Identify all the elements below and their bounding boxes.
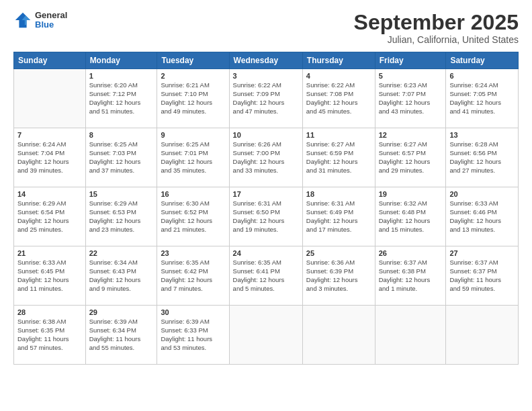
table-row: 4Sunrise: 6:22 AM Sunset: 7:08 PM Daylig… [302,69,375,128]
table-row: 10Sunrise: 6:26 AM Sunset: 7:00 PM Dayli… [229,128,302,187]
table-row: 12Sunrise: 6:27 AM Sunset: 6:57 PM Dayli… [375,128,446,187]
day-info: Sunrise: 6:31 AM Sunset: 6:50 PM Dayligh… [233,199,299,234]
day-number: 19 [379,190,443,198]
day-number: 29 [89,308,154,316]
col-monday: Monday [85,52,157,69]
table-row [229,306,302,365]
calendar-row: 1Sunrise: 6:20 AM Sunset: 7:12 PM Daylig… [14,69,519,128]
day-info: Sunrise: 6:20 AM Sunset: 7:12 PM Dayligh… [89,81,154,116]
day-info: Sunrise: 6:28 AM Sunset: 6:56 PM Dayligh… [449,140,515,175]
table-row: 26Sunrise: 6:37 AM Sunset: 6:38 PM Dayli… [375,246,446,306]
logo-blue-text: Blue [35,20,67,30]
table-row: 8Sunrise: 6:25 AM Sunset: 7:03 PM Daylig… [85,128,157,187]
day-number: 24 [233,249,299,257]
logo-text: General Blue [35,11,67,30]
calendar-header-row: Sunday Monday Tuesday Wednesday Thursday… [14,52,519,69]
location: Julian, California, United States [354,34,519,45]
day-info: Sunrise: 6:26 AM Sunset: 7:00 PM Dayligh… [233,140,299,175]
day-number: 28 [17,308,82,316]
calendar-row: 14Sunrise: 6:29 AM Sunset: 6:54 PM Dayli… [14,187,519,246]
day-info: Sunrise: 6:35 AM Sunset: 6:41 PM Dayligh… [233,259,299,293]
table-row: 1Sunrise: 6:20 AM Sunset: 7:12 PM Daylig… [85,69,157,128]
table-row: 28Sunrise: 6:38 AM Sunset: 6:35 PM Dayli… [14,306,86,365]
day-info: Sunrise: 6:34 AM Sunset: 6:43 PM Dayligh… [89,259,154,293]
day-number: 12 [379,131,443,139]
table-row: 16Sunrise: 6:30 AM Sunset: 6:52 PM Dayli… [157,187,229,246]
title-area: September 2025 Julian, California, Unite… [354,11,519,45]
day-info: Sunrise: 6:39 AM Sunset: 6:34 PM Dayligh… [89,318,154,352]
day-number: 25 [306,249,371,257]
table-row: 18Sunrise: 6:31 AM Sunset: 6:49 PM Dayli… [302,187,375,246]
table-row: 19Sunrise: 6:32 AM Sunset: 6:48 PM Dayli… [375,187,446,246]
calendar-row: 28Sunrise: 6:38 AM Sunset: 6:35 PM Dayli… [14,306,519,365]
header: General Blue September 2025 Julian, Cali… [13,11,519,45]
day-info: Sunrise: 6:21 AM Sunset: 7:10 PM Dayligh… [161,81,225,116]
table-row: 25Sunrise: 6:36 AM Sunset: 6:39 PM Dayli… [302,246,375,306]
day-number: 4 [306,72,371,80]
calendar: Sunday Monday Tuesday Wednesday Thursday… [13,52,519,365]
table-row: 6Sunrise: 6:24 AM Sunset: 7:05 PM Daylig… [446,69,519,128]
table-row: 21Sunrise: 6:33 AM Sunset: 6:45 PM Dayli… [14,246,86,306]
table-row: 2Sunrise: 6:21 AM Sunset: 7:10 PM Daylig… [157,69,229,128]
day-number: 30 [161,308,225,316]
day-info: Sunrise: 6:38 AM Sunset: 6:35 PM Dayligh… [17,318,82,352]
table-row: 27Sunrise: 6:37 AM Sunset: 6:37 PM Dayli… [446,246,519,306]
col-thursday: Thursday [302,52,375,69]
day-info: Sunrise: 6:29 AM Sunset: 6:53 PM Dayligh… [89,199,154,234]
table-row: 20Sunrise: 6:33 AM Sunset: 6:46 PM Dayli… [446,187,519,246]
logo-icon [13,11,32,30]
table-row [14,69,86,128]
day-number: 14 [17,190,82,198]
day-number: 26 [379,249,443,257]
day-info: Sunrise: 6:36 AM Sunset: 6:39 PM Dayligh… [306,259,371,293]
day-number: 5 [379,72,443,80]
table-row [446,306,519,365]
table-row [375,306,446,365]
day-info: Sunrise: 6:32 AM Sunset: 6:48 PM Dayligh… [379,199,443,234]
day-info: Sunrise: 6:22 AM Sunset: 7:08 PM Dayligh… [306,81,371,116]
col-friday: Friday [375,52,446,69]
day-number: 22 [89,249,154,257]
day-number: 9 [161,131,225,139]
day-info: Sunrise: 6:37 AM Sunset: 6:38 PM Dayligh… [379,259,443,293]
table-row: 3Sunrise: 6:22 AM Sunset: 7:09 PM Daylig… [229,69,302,128]
table-row: 7Sunrise: 6:24 AM Sunset: 7:04 PM Daylig… [14,128,86,187]
day-number: 11 [306,131,371,139]
month-title: September 2025 [354,11,519,34]
day-info: Sunrise: 6:25 AM Sunset: 7:03 PM Dayligh… [89,140,154,175]
col-tuesday: Tuesday [157,52,229,69]
day-number: 2 [161,72,225,80]
col-sunday: Sunday [14,52,86,69]
table-row: 5Sunrise: 6:23 AM Sunset: 7:07 PM Daylig… [375,69,446,128]
table-row: 22Sunrise: 6:34 AM Sunset: 6:43 PM Dayli… [85,246,157,306]
day-info: Sunrise: 6:24 AM Sunset: 7:04 PM Dayligh… [17,140,82,175]
logo: General Blue [13,11,67,30]
calendar-row: 21Sunrise: 6:33 AM Sunset: 6:45 PM Dayli… [14,246,519,306]
day-info: Sunrise: 6:23 AM Sunset: 7:07 PM Dayligh… [379,81,443,116]
day-number: 18 [306,190,371,198]
day-number: 7 [17,131,82,139]
day-info: Sunrise: 6:25 AM Sunset: 7:01 PM Dayligh… [161,140,225,175]
day-number: 13 [449,131,515,139]
day-info: Sunrise: 6:37 AM Sunset: 6:37 PM Dayligh… [449,259,515,293]
day-info: Sunrise: 6:39 AM Sunset: 6:33 PM Dayligh… [161,318,225,352]
day-info: Sunrise: 6:27 AM Sunset: 6:57 PM Dayligh… [379,140,443,175]
day-number: 16 [161,190,225,198]
day-info: Sunrise: 6:30 AM Sunset: 6:52 PM Dayligh… [161,199,225,234]
page: General Blue September 2025 Julian, Cali… [0,0,532,411]
day-info: Sunrise: 6:24 AM Sunset: 7:05 PM Dayligh… [449,81,515,116]
day-number: 21 [17,249,82,257]
logo-general-text: General [35,11,67,20]
table-row: 17Sunrise: 6:31 AM Sunset: 6:50 PM Dayli… [229,187,302,246]
day-number: 10 [233,131,299,139]
day-number: 27 [449,249,515,257]
day-info: Sunrise: 6:22 AM Sunset: 7:09 PM Dayligh… [233,81,299,116]
day-number: 8 [89,131,154,139]
table-row: 9Sunrise: 6:25 AM Sunset: 7:01 PM Daylig… [157,128,229,187]
table-row: 11Sunrise: 6:27 AM Sunset: 6:59 PM Dayli… [302,128,375,187]
table-row: 23Sunrise: 6:35 AM Sunset: 6:42 PM Dayli… [157,246,229,306]
col-saturday: Saturday [446,52,519,69]
table-row: 24Sunrise: 6:35 AM Sunset: 6:41 PM Dayli… [229,246,302,306]
day-info: Sunrise: 6:31 AM Sunset: 6:49 PM Dayligh… [306,199,371,234]
day-number: 3 [233,72,299,80]
